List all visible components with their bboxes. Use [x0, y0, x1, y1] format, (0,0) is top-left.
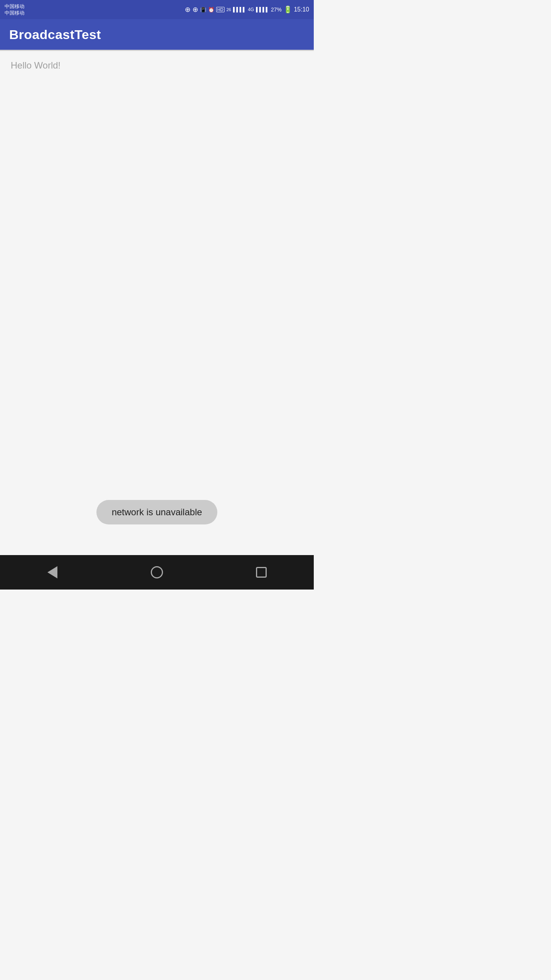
back-button[interactable] [37, 557, 68, 588]
signal-2g-text: 26 [227, 7, 231, 12]
time-display: 15:10 [294, 6, 309, 13]
status-bar: 中国移动 中国移动 ⊕ ⊕ 📳 ⏰ HD 26 ▌▌▌▌ 4G ▌▌▌▌ 27%… [0, 0, 314, 19]
home-button[interactable] [142, 557, 172, 588]
hello-world-text: Hello World! [11, 60, 60, 70]
toast-message: network is unavailable [96, 500, 217, 524]
carrier-1: 中国移动 [5, 3, 24, 10]
carrier-2: 中国移动 [5, 10, 24, 16]
alarm-icon: ⏰ [208, 7, 214, 13]
hd-icon: HD [216, 7, 225, 12]
carrier-info: 中国移动 中国移动 [5, 3, 24, 16]
usb-icon: ⊕ [185, 5, 191, 14]
back-icon [47, 566, 57, 578]
app-bar: BroadcastTest [0, 19, 314, 50]
network-4g-text: 4G [248, 7, 254, 12]
battery-icon: 🔋 [284, 5, 292, 14]
app-title: BroadcastTest [9, 27, 101, 42]
main-content: Hello World! network is unavailable [0, 51, 314, 555]
recents-icon [256, 567, 267, 578]
usb2-icon: ⊕ [192, 5, 198, 14]
home-icon [151, 566, 163, 578]
toast-container: network is unavailable [0, 500, 314, 524]
signal-2g-icon: ▌▌▌▌ [233, 7, 246, 12]
signal-4g-icon: ▌▌▌▌ [256, 7, 269, 12]
navigation-bar [0, 555, 314, 590]
status-bar-right: ⊕ ⊕ 📳 ⏰ HD 26 ▌▌▌▌ 4G ▌▌▌▌ 27% 🔋 15:10 [185, 5, 309, 14]
battery-percentage: 27% [271, 7, 282, 13]
vibrate-icon: 📳 [200, 7, 206, 13]
recents-button[interactable] [246, 557, 277, 588]
